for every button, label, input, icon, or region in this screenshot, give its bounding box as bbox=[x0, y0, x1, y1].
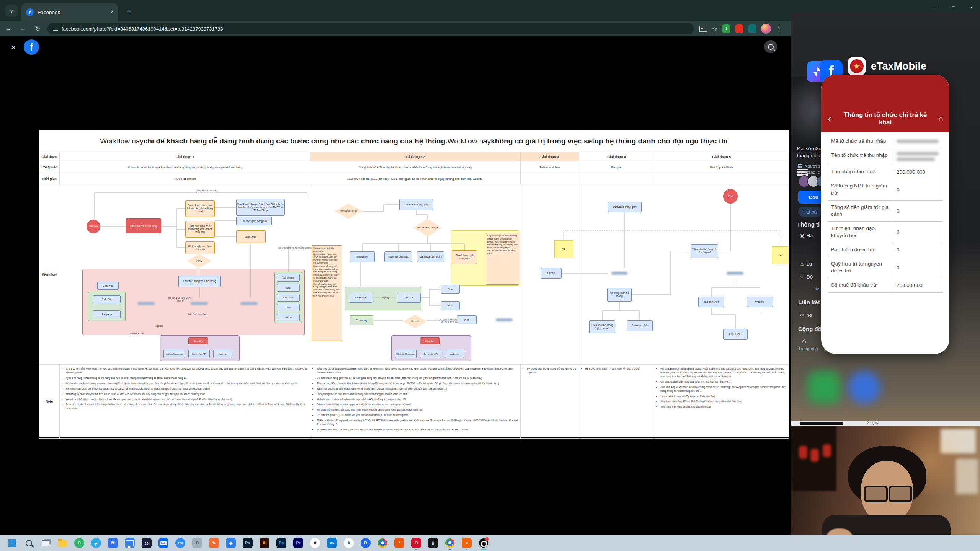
remote-desktop-icon[interactable] bbox=[125, 538, 135, 548]
cast-icon[interactable] bbox=[699, 26, 707, 32]
flow-node-sync-n: Sync đơn bbox=[188, 337, 208, 344]
note-item: Zalo Mini App và Website sử dụng chung c… bbox=[660, 385, 786, 393]
obs-icon[interactable] bbox=[479, 538, 488, 548]
row-label: Thời gian bbox=[39, 173, 60, 184]
stage-cell: Tối ưu workflow bbox=[521, 161, 579, 173]
tab-facebook[interactable]: f Facebook × bbox=[21, 3, 118, 21]
column-separator bbox=[655, 184, 655, 364]
notes-list: Đo lường toàn bộ hệ thống thử nghiệm tối… bbox=[527, 367, 577, 376]
flow-node-web: Web bbox=[457, 315, 477, 324]
fb-relationship-row: ♡ Độ bbox=[799, 274, 813, 280]
pen-app-icon[interactable]: ✎ bbox=[209, 538, 219, 548]
flowchart-canvas: Bắt đầuKhảo sát cơ sở hạ tầngData cũ rất… bbox=[39, 184, 789, 364]
chrome-profile-icon[interactable] bbox=[445, 538, 455, 548]
facebook-logo[interactable]: f bbox=[24, 39, 39, 55]
extension-red-icon[interactable] bbox=[735, 24, 743, 33]
telegram-icon[interactable]: ▶ bbox=[91, 538, 101, 548]
illustrator-icon[interactable]: Ai bbox=[260, 538, 270, 548]
diagram-title-segment: Workflow này bbox=[100, 137, 144, 145]
flow-node-dynamics-ads: Dynamics Ads bbox=[123, 331, 150, 336]
flow-node--nh-gi-s-n-ph-m: Đánh giá sản phẩm bbox=[417, 251, 444, 262]
flow-node-l-n-n-tr-c-ti-p: Lên đơn trực tiếp bbox=[180, 312, 215, 317]
flow-node-ph-n-lo-i-x-l-: Phân loại, xử lý bbox=[335, 204, 362, 219]
adblock-extension-icon[interactable]: 1 bbox=[722, 24, 730, 33]
vscode-icon[interactable]: <> bbox=[327, 538, 337, 548]
note-item: ZNS mất khoảng 21 ngày để mở cấp 5 (gửi … bbox=[317, 419, 518, 426]
system-utility-icon[interactable]: ⚙ bbox=[192, 538, 202, 548]
fb-see-more-link[interactable]: Xe bbox=[814, 287, 820, 291]
icon-glyph: Ps bbox=[245, 541, 250, 545]
new-tab-button[interactable]: + bbox=[123, 6, 135, 17]
column-separator bbox=[311, 184, 311, 364]
extension-teal-icon[interactable] bbox=[748, 24, 756, 33]
camera-app-icon[interactable]: ◎ bbox=[142, 538, 152, 548]
etax-row-value: 0 bbox=[893, 243, 943, 257]
flow-node-h-th-ng-ho-n-ch-nh-ch-a-c-: Hệ thống hoàn chỉnh chưa có bbox=[185, 241, 215, 254]
icon-glyph: zm bbox=[177, 541, 183, 545]
site-settings-icon[interactable] bbox=[53, 27, 58, 31]
file-explorer-icon[interactable] bbox=[57, 538, 67, 548]
obs-glyph bbox=[479, 538, 488, 548]
red-o-app-icon[interactable]: O bbox=[411, 538, 421, 548]
briefcase-icon: ▤ bbox=[797, 163, 803, 169]
notes-list: Khi phát sinh đơn hàng trên hệ thống -> … bbox=[660, 367, 786, 410]
task-view-icon[interactable] bbox=[41, 538, 51, 548]
flow-node-blur bbox=[134, 298, 158, 309]
start-icon[interactable] bbox=[7, 538, 17, 548]
zalo-icon[interactable]: Zalo bbox=[158, 538, 168, 548]
flow-node-chat-web: Chat web bbox=[97, 282, 119, 290]
etax-screen-header: ‹ Thông tin tổ chức chi trả kê khai ⌂ bbox=[821, 75, 949, 132]
reload-button[interactable]: ↻ bbox=[31, 23, 44, 35]
etax-table-row: Thu nhập chịu thuế200,000,000 bbox=[828, 165, 943, 179]
back-button[interactable]: ← bbox=[2, 23, 15, 35]
back-chevron-icon[interactable]: ‹ bbox=[821, 113, 838, 125]
column-separator bbox=[60, 184, 60, 364]
address-bar[interactable]: facebook.com/photo?fbid=3406317486190414… bbox=[47, 23, 694, 34]
orange-x-app-icon[interactable]: × bbox=[462, 538, 472, 548]
flow-node-check-h-ng-gi-h-ng-nh-i: Check hàng giả hàng nhái bbox=[452, 250, 477, 264]
bookmark-star-icon[interactable]: ☆ bbox=[712, 25, 717, 33]
tab-search-button[interactable]: ∨ bbox=[5, 5, 18, 17]
diagram-title-segment: chỉ để khách hàng dễ dàng hình dung các … bbox=[144, 137, 448, 145]
coccoc-browser-icon[interactable]: C bbox=[74, 538, 84, 548]
premiere-icon[interactable]: Pr bbox=[293, 538, 303, 548]
fb-link-item[interactable]: ∞ no bbox=[799, 312, 812, 318]
blurred-value bbox=[897, 152, 939, 155]
link-icon: ∞ bbox=[799, 312, 805, 318]
compass-app-icon[interactable]: A bbox=[344, 538, 354, 548]
etax-row-label: Số thuế đã khấu trừ bbox=[828, 278, 893, 292]
forward-button[interactable]: → bbox=[17, 23, 29, 35]
etax-app-name: eTaxMobile bbox=[871, 60, 926, 72]
docker-icon[interactable]: D bbox=[361, 538, 371, 548]
m-app-icon[interactable]: M bbox=[108, 538, 118, 548]
zoom-in-button[interactable] bbox=[764, 40, 777, 53]
photoshop-2-icon[interactable]: Ps bbox=[276, 538, 286, 548]
url-input[interactable]: facebook.com/photo?fbid=3406317486190414… bbox=[62, 26, 223, 32]
tab-close-icon[interactable]: × bbox=[110, 9, 113, 15]
etax-row-value: 0 bbox=[893, 257, 943, 278]
chrome-icon[interactable] bbox=[377, 538, 387, 548]
note-item: Hệ thống hoàn thành -> đưa vào triển kha… bbox=[585, 367, 640, 371]
etax-table-row: Tên tổ chức trả thu nhập bbox=[828, 148, 943, 165]
time-row: Thời gianTrước tết âm lịch19/2/2024 bắt … bbox=[39, 173, 789, 184]
flow-node-v2: V2 bbox=[772, 246, 789, 264]
photo-close-button[interactable]: × bbox=[7, 41, 20, 54]
icon-glyph: A bbox=[347, 541, 350, 545]
home-icon[interactable]: ⌂ bbox=[933, 114, 949, 123]
slack-icon[interactable]: # bbox=[310, 538, 320, 548]
note-item: Ưu tiên setup core QLBH trước, chuyển da… bbox=[317, 413, 518, 417]
profile-avatar[interactable] bbox=[761, 24, 771, 34]
zoom-icon[interactable]: zm bbox=[175, 538, 185, 548]
etax-table-row: Quỹ hưu trí tự nguyện được trừ0 bbox=[828, 257, 943, 278]
workflow-diagram-image[interactable]: Workflow này chỉ để khách hàng dễ dàng h… bbox=[39, 130, 789, 437]
starburst-app-icon[interactable]: * bbox=[394, 538, 404, 548]
icon-glyph: × bbox=[466, 541, 468, 545]
browser-menu-icon[interactable]: ⋮ bbox=[776, 25, 782, 33]
video-progress-bar[interactable] bbox=[800, 422, 843, 425]
search-icon[interactable] bbox=[24, 538, 34, 548]
fb-all-filter-pill[interactable]: Tất cả bbox=[798, 207, 822, 217]
photoshop-icon[interactable]: Ps bbox=[243, 538, 253, 548]
phone-app-icon[interactable]: ▯ bbox=[428, 538, 438, 548]
dropbox-icon[interactable]: ◆ bbox=[226, 538, 236, 548]
icon-glyph: <> bbox=[330, 541, 335, 545]
